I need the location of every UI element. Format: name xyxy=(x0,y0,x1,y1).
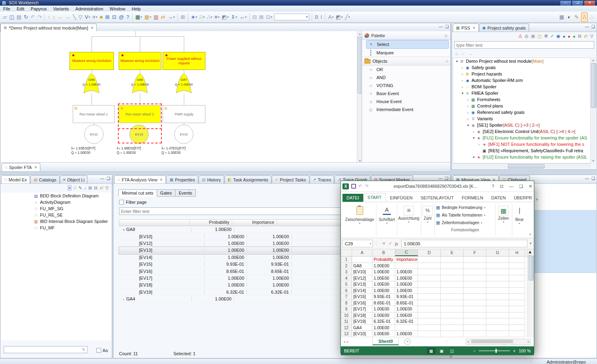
cell-f12[interactable] xyxy=(464,325,486,331)
column-header-a[interactable]: A xyxy=(352,249,372,256)
new-wizard-icon[interactable]: ▱ xyxy=(2,13,8,22)
sort-az-icon[interactable]: ↓ xyxy=(84,185,86,190)
cell-e3[interactable] xyxy=(441,269,464,275)
row-header[interactable]: 6 xyxy=(341,288,352,294)
palette-object-base-event[interactable]: ○Base Event xyxy=(362,90,450,97)
excel-row-9[interactable]: 9[EV17]1.00E001.00E00 xyxy=(341,306,534,312)
close-icon[interactable]: ✕ xyxy=(472,26,476,30)
subtab-gates[interactable]: Gates xyxy=(157,189,175,197)
cell-c5[interactable]: 1.00E00 xyxy=(395,281,418,288)
zoom-slider[interactable] xyxy=(479,350,510,351)
shield-icon[interactable]: ◉ xyxy=(557,34,561,39)
palette-object-or[interactable]: ∩OR xyxy=(362,66,450,74)
cell-f11[interactable] xyxy=(464,318,486,325)
view-menu-icon[interactable]: ▽ xyxy=(590,34,593,39)
view-menu-icon[interactable]: ▽ xyxy=(105,185,109,191)
close-icon[interactable]: ✕ xyxy=(91,26,94,30)
cell-d4[interactable] xyxy=(418,275,441,282)
cell-c10[interactable]: 1.00E00 xyxy=(395,312,418,319)
minimize-view-icon[interactable]: — xyxy=(100,176,104,181)
grid-a-icon[interactable]: ⊟ xyxy=(251,13,258,22)
cell-d8[interactable] xyxy=(418,300,441,306)
expand-all-icon[interactable]: ⊞ xyxy=(88,185,92,191)
base-event-node[interactable]: EV10 xyxy=(174,125,193,144)
cell-f9[interactable] xyxy=(464,306,486,312)
close-icon[interactable]: ✕ xyxy=(34,165,38,169)
or-gate-node[interactable]: GA5 Q = 1.00E00 xyxy=(83,73,100,94)
cell-g6[interactable] xyxy=(486,288,509,294)
palette-object-house-event[interactable]: ⌂House Event xyxy=(362,97,450,105)
cell-e5[interactable] xyxy=(441,281,464,288)
cell-e7[interactable] xyxy=(441,294,464,300)
cell-b3[interactable]: 1.00E00 xyxy=(372,269,395,275)
cell-g8[interactable] xyxy=(486,300,509,306)
telescope-icon[interactable]: ◎ xyxy=(525,34,529,39)
ribbon-tabs-overflow-icon[interactable]: ▸ xyxy=(536,197,539,202)
expander-icon[interactable]: ▹ xyxy=(472,130,476,133)
show-hierarchy-icon[interactable]: ↕ xyxy=(52,13,57,22)
cell-d1[interactable] xyxy=(418,257,441,263)
palette-object-voting[interactable]: ∩VOTING xyxy=(362,82,450,90)
column-header-d[interactable]: D xyxy=(418,249,441,256)
cell-e8[interactable] xyxy=(441,300,464,306)
perspective-papyrus-icon[interactable]: ✎ xyxy=(573,13,580,22)
sync-icon[interactable]: ⇄ xyxy=(159,13,166,22)
cell-a9[interactable]: [EV17] xyxy=(352,306,372,312)
expand-formula-bar-icon[interactable]: ▼ xyxy=(529,242,532,245)
expander-icon[interactable]: ▾ xyxy=(455,60,459,63)
importance-column-header[interactable]: Importance xyxy=(232,220,277,226)
cell-a6[interactable]: [EV14] xyxy=(352,288,372,294)
component-node[interactable]: ⊞ PWR supply xyxy=(163,105,205,123)
cell-f10[interactable] xyxy=(464,312,486,319)
intermediate-event-node[interactable]: Power supplied without request xyxy=(163,52,205,70)
bold-icon[interactable]: B xyxy=(314,13,320,22)
expander-icon[interactable]: ▾ xyxy=(472,155,476,159)
cell-a10[interactable]: [EV18] xyxy=(352,312,372,319)
open-perspective-icon[interactable]: ▦ xyxy=(558,13,565,22)
relations-icon[interactable]: ∷▾ xyxy=(198,13,206,22)
row-header[interactable]: 8 xyxy=(341,300,352,306)
scrollbar-thumb[interactable] xyxy=(591,63,596,108)
excel-close-icon[interactable]: ✕ xyxy=(529,184,532,189)
name-column-header[interactable] xyxy=(119,220,190,226)
validate-icon[interactable]: V▾ xyxy=(84,13,91,22)
excel-help-icon[interactable]: ? xyxy=(492,184,494,189)
or-gate-node[interactable]: GA6 Q = 1.00E00 xyxy=(131,73,149,94)
zoom-in-icon[interactable]: + xyxy=(513,348,515,353)
cell-b1[interactable]: Probability xyxy=(372,257,395,263)
collapse-ribbon-icon[interactable]: ∧ xyxy=(529,232,531,236)
spoiler-fta-tab[interactable]: ∴ Spoiler FTA ✕ xyxy=(2,163,40,171)
style-combo-box[interactable]: ▾ xyxy=(274,14,309,20)
maximize-view-icon[interactable]: ❏ xyxy=(445,24,449,29)
cell-c7[interactable]: 9.93E-01 xyxy=(395,294,418,300)
cell-b2[interactable]: 1.00E00 xyxy=(372,263,395,269)
cell-c12[interactable] xyxy=(395,325,418,331)
cell-b13[interactable]: 1.00E00 xyxy=(372,331,395,337)
cell-e10[interactable] xyxy=(441,312,464,319)
cell-h3[interactable] xyxy=(509,269,525,275)
style-button-zellenformatvorlagen[interactable]: ▦Zellenformatvorlagen▾ xyxy=(436,219,494,227)
fta-diagram-canvas[interactable]: Measure wrong revolution Measure wrong r… xyxy=(1,31,450,163)
help-icon[interactable]: ? xyxy=(125,13,130,22)
cell-h11[interactable] xyxy=(509,318,525,325)
menu-papyrus[interactable]: Papyrus xyxy=(28,6,50,11)
column-header-c[interactable]: C xyxy=(395,249,418,256)
table-icon[interactable]: ⊞ xyxy=(104,13,111,22)
excel-row-11[interactable]: 11[EV19]6.32E-016.32E-01 xyxy=(341,318,534,325)
draw-line-icon[interactable]: ╲ xyxy=(72,13,77,22)
new-diagram-icon[interactable]: ▦▾ xyxy=(134,13,143,22)
tree-item[interactable]: ▹∗[MF1] NOT Ensure functionality for low… xyxy=(453,141,590,147)
formsheet-icon[interactable]: ▥ xyxy=(152,13,159,22)
minimize-view-icon[interactable]: — xyxy=(439,24,443,29)
excel-tab-datei[interactable]: DATEI xyxy=(342,194,363,202)
cell-h5[interactable] xyxy=(509,281,525,288)
cell-a1[interactable] xyxy=(352,257,372,263)
filter-icon[interactable]: ▽ xyxy=(77,13,84,22)
row-header[interactable]: 4 xyxy=(341,275,352,282)
cell-e4[interactable] xyxy=(441,275,464,282)
view-tab-traces[interactable]: ↗Traces xyxy=(310,175,334,183)
redo-icon[interactable]: ↷ xyxy=(365,183,369,189)
model-item-bdd-diagram[interactable]: ▤BDD Block Definition Diagram xyxy=(1,193,111,199)
cell-g3[interactable] xyxy=(486,269,509,275)
cell-f7[interactable] xyxy=(464,294,486,300)
